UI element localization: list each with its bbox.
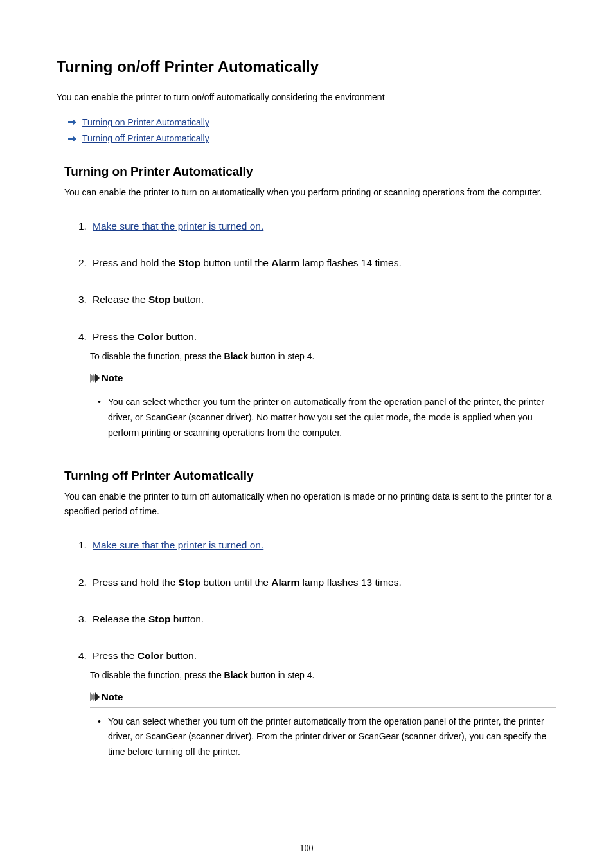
bold-text: Alarm: [271, 257, 299, 268]
toc-item-off: Turning off Printer Automatically: [68, 131, 556, 147]
bold-text: Stop: [148, 294, 170, 305]
step-number: 1.: [78, 538, 93, 552]
text: Release the: [93, 613, 148, 624]
text: Press the: [93, 650, 138, 661]
step-2-text: Press and hold the Stop button until the…: [93, 575, 556, 590]
note-body: You can select whether you turn the prin…: [90, 395, 556, 449]
section-on-desc: You can enable the printer to turn on au…: [64, 185, 556, 201]
step-1: 1. Make sure that the printer is turned …: [78, 538, 556, 552]
note-label: Note: [102, 371, 123, 386]
step-3-text: Release the Stop button.: [93, 292, 556, 307]
note-icon: [90, 374, 98, 383]
bold-text: Stop: [179, 257, 200, 268]
text: button.: [170, 294, 204, 305]
text: Press the: [93, 331, 138, 342]
step-4-subtext: To disable the function, press the Black…: [90, 668, 556, 683]
section-off-desc: You can enable the printer to turn off a…: [64, 489, 556, 520]
section-on-heading: Turning on Printer Automatically: [64, 165, 556, 179]
step-1-link[interactable]: Make sure that the printer is turned on.: [93, 539, 263, 550]
text: To disable the function, press the: [90, 670, 224, 680]
section-turning-on: Turning on Printer Automatically You can…: [64, 165, 556, 449]
text: Press and hold the: [93, 577, 179, 588]
step-number: 3.: [78, 292, 93, 307]
text: lamp flashes 14 times.: [299, 257, 402, 268]
note-icon: [90, 692, 98, 701]
text: Press and hold the: [93, 257, 179, 268]
step-number: 2.: [78, 255, 93, 270]
note-text: You can select whether you turn the prin…: [102, 395, 556, 440]
step-4-text: Press the Color button.: [93, 648, 556, 663]
text: button in step 4.: [248, 351, 315, 361]
step-4: 4. Press the Color button. To disable th…: [78, 648, 556, 768]
note-header: Note: [90, 371, 556, 389]
step-number: 1.: [78, 219, 93, 233]
section-on-steps: 1. Make sure that the printer is turned …: [78, 219, 556, 449]
note-header: Note: [90, 690, 556, 708]
step-2: 2. Press and hold the Stop button until …: [78, 255, 556, 270]
text: button.: [163, 331, 197, 342]
step-number: 2.: [78, 575, 93, 590]
step-3: 3. Release the Stop button.: [78, 292, 556, 307]
step-number: 4.: [78, 648, 93, 663]
step-number: 3.: [78, 611, 93, 626]
text: button.: [163, 650, 197, 661]
note-box: Note You can select whether you turn the…: [90, 371, 556, 449]
note-body: You can select whether you turn off the …: [90, 714, 556, 768]
arrow-right-icon: [68, 136, 77, 142]
section-off-steps: 1. Make sure that the printer is turned …: [78, 538, 556, 768]
step-1-link[interactable]: Make sure that the printer is turned on.: [93, 221, 263, 231]
step-3-text: Release the Stop button.: [93, 611, 556, 626]
arrow-right-icon: [68, 119, 77, 125]
bold-text: Alarm: [271, 577, 299, 588]
text: button until the: [200, 577, 271, 588]
step-2: 2. Press and hold the Stop button until …: [78, 575, 556, 590]
bold-text: Color: [138, 650, 163, 661]
step-1: 1. Make sure that the printer is turned …: [78, 219, 556, 233]
text: To disable the function, press the: [90, 351, 224, 361]
note-text: You can select whether you turn off the …: [102, 714, 556, 760]
bold-text: Color: [138, 331, 163, 342]
text: Release the: [93, 294, 148, 305]
toc-link-off[interactable]: Turning off Printer Automatically: [82, 131, 209, 147]
bold-text: Stop: [148, 613, 170, 624]
note-label: Note: [102, 690, 123, 705]
step-4: 4. Press the Color button. To disable th…: [78, 329, 556, 449]
toc-list: Turning on Printer Automatically Turning…: [68, 114, 556, 147]
note-box: Note You can select whether you turn off…: [90, 690, 556, 768]
bold-text: Black: [224, 670, 248, 680]
step-4-text: Press the Color button.: [93, 329, 556, 344]
section-turning-off: Turning off Printer Automatically You ca…: [64, 469, 556, 768]
text: button in step 4.: [248, 670, 315, 680]
page-number: 100: [0, 844, 613, 854]
step-3: 3. Release the Stop button.: [78, 611, 556, 626]
page-title: Turning on/off Printer Automatically: [57, 58, 556, 76]
text: lamp flashes 13 times.: [299, 577, 402, 588]
text: button.: [170, 613, 204, 624]
intro-text: You can enable the printer to turn on/of…: [57, 90, 556, 105]
step-number: 4.: [78, 329, 93, 344]
text: button until the: [200, 257, 271, 268]
section-off-heading: Turning off Printer Automatically: [64, 469, 556, 483]
toc-item-on: Turning on Printer Automatically: [68, 114, 556, 131]
bold-text: Black: [224, 351, 248, 361]
bold-text: Stop: [179, 577, 200, 588]
toc-link-on[interactable]: Turning on Printer Automatically: [82, 114, 209, 131]
step-2-text: Press and hold the Stop button until the…: [93, 255, 556, 270]
step-4-subtext: To disable the function, press the Black…: [90, 349, 556, 365]
